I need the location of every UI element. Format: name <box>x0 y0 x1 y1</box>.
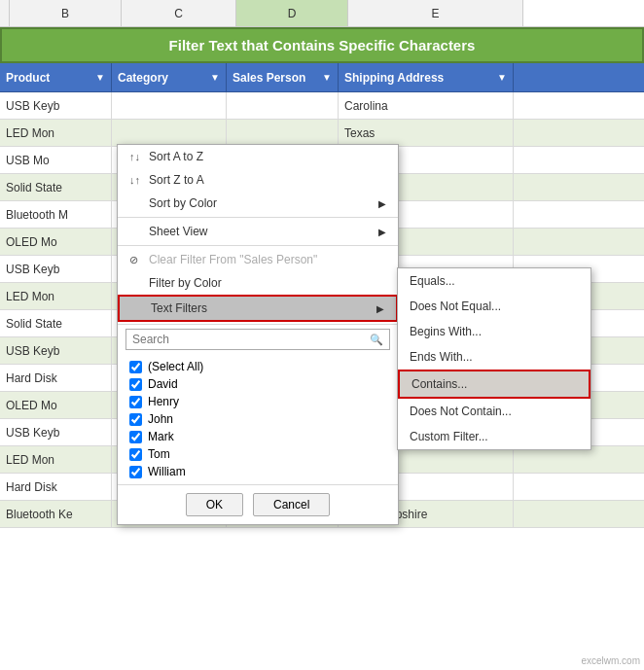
table-row: USB Keyb Carolina <box>0 92 644 120</box>
th-shippingaddress[interactable]: Shipping Address ▼ <box>339 63 514 91</box>
td-product: Bluetooth M <box>0 201 112 228</box>
dropdown-sort-color-label: Sort by Color <box>149 196 217 210</box>
divider-2 <box>118 245 398 246</box>
td-shippingaddress: Carolina <box>339 92 514 119</box>
sort-za-icon: ↓↑ <box>129 174 149 186</box>
table-header-row: Product ▼ Category ▼ Sales Person ▼ Ship… <box>0 63 644 92</box>
search-input[interactable] <box>132 333 370 346</box>
checkbox[interactable] <box>129 396 142 408</box>
checkbox-label: (Select All) <box>148 360 203 373</box>
checkbox-label: Henry <box>148 395 179 408</box>
submenu-item-custom-filter[interactable]: Custom Filter... <box>398 424 590 449</box>
checkbox-item[interactable]: David <box>125 375 390 393</box>
td-product: LED Mon <box>0 283 112 309</box>
dropdown-sheet-view-label: Sheet View <box>149 225 208 238</box>
submenu-item-label: Ends With... <box>410 350 473 364</box>
td-salesperson <box>227 92 339 119</box>
submenu: Equals...Does Not Equal...Begins With...… <box>397 267 591 450</box>
dropdown-filter-color-label: Filter by Color <box>149 276 222 290</box>
dropdown-text-filters-label: Text Filters <box>151 301 207 315</box>
col-header-c[interactable]: C <box>122 0 236 26</box>
row-number-spacer <box>0 0 10 26</box>
dropdown-text-filters[interactable]: Text Filters ▶ <box>118 295 398 322</box>
title-text: Filter Text that Contains Specific Chara… <box>169 37 476 53</box>
dropdown-filter-color[interactable]: Filter by Color <box>118 271 398 295</box>
checkbox-list: (Select All)DavidHenryJohnMarkTomWilliam <box>118 354 398 484</box>
td-salesperson <box>227 120 339 146</box>
sort-az-icon: ↑↓ <box>129 151 149 162</box>
dropdown-sort-az[interactable]: ↑↓ Sort A to Z <box>118 145 398 168</box>
col-header-d[interactable]: D <box>236 0 348 26</box>
spreadsheet: B C D E Filter Text that Contains Specif… <box>0 0 644 670</box>
td-product: OLED Mo <box>0 392 112 418</box>
checkbox-item[interactable]: William <box>125 463 390 480</box>
td-product: OLED Mo <box>0 229 112 255</box>
td-product: LED Mon <box>0 120 112 146</box>
filter-icon-shippingaddress[interactable]: ▼ <box>497 72 507 83</box>
divider-1 <box>118 217 398 218</box>
checkbox[interactable] <box>129 378 142 391</box>
th-category[interactable]: Category ▼ <box>112 63 227 91</box>
td-shippingaddress: Texas <box>339 120 514 146</box>
td-product: Bluetooth Ke <box>0 501 112 527</box>
td-product: Solid State <box>0 174 112 200</box>
dropdown-sheet-view[interactable]: Sheet View ▶ <box>118 220 398 243</box>
checkbox[interactable] <box>129 413 142 426</box>
table-row: LED Mon Texas <box>0 120 644 147</box>
dropdown-clear-filter[interactable]: ⊘ Clear Filter From "Sales Person" <box>118 248 398 271</box>
text-filters-arrow: ▶ <box>376 303 384 314</box>
checkbox-item[interactable]: John <box>125 410 390 428</box>
td-product: USB Mo <box>0 147 112 173</box>
th-shippingaddress-label: Shipping Address <box>344 71 444 85</box>
col-header-e[interactable]: E <box>348 0 523 26</box>
sheet-view-arrow: ▶ <box>378 227 386 237</box>
td-product: USB Keyb <box>0 92 112 119</box>
filter-icon-salesperson[interactable]: ▼ <box>322 72 332 83</box>
submenu-item-label: Begins With... <box>410 325 482 338</box>
submenu-item-contains[interactable]: Contains... <box>398 370 590 399</box>
dropdown-sort-az-label: Sort A to Z <box>149 150 203 163</box>
dropdown-sort-color[interactable]: Sort by Color ▶ <box>118 192 398 215</box>
col-headers-row: B C D E <box>0 0 644 27</box>
checkbox-item[interactable]: Tom <box>125 445 390 463</box>
clear-filter-icon: ⊘ <box>129 254 149 266</box>
filter-icon-category[interactable]: ▼ <box>210 72 220 83</box>
submenu-item-begins-with[interactable]: Begins With... <box>398 319 590 344</box>
title-row: Filter Text that Contains Specific Chara… <box>0 27 644 63</box>
checkbox-label: William <box>148 465 186 478</box>
divider-3 <box>118 324 398 325</box>
submenu-item-equals[interactable]: Equals... <box>398 268 590 294</box>
checkbox[interactable] <box>129 448 142 461</box>
dropdown-clear-filter-label: Clear Filter From "Sales Person" <box>149 253 317 266</box>
checkbox[interactable] <box>129 466 142 478</box>
td-product: USB Keyb <box>0 419 112 445</box>
checkbox-item[interactable]: Mark <box>125 428 390 445</box>
th-product[interactable]: Product ▼ <box>0 63 112 91</box>
submenu-item-does-not-equal[interactable]: Does Not Equal... <box>398 294 590 319</box>
checkbox-item[interactable]: Henry <box>125 393 390 410</box>
td-category <box>112 120 227 146</box>
dropdown-buttons: OK Cancel <box>118 484 398 524</box>
dropdown-sort-za[interactable]: ↓↑ Sort Z to A <box>118 168 398 192</box>
checkbox[interactable] <box>129 361 142 373</box>
submenu-item-does-not-contain[interactable]: Does Not Contain... <box>398 399 590 424</box>
submenu-item-ends-with[interactable]: Ends With... <box>398 344 590 370</box>
filter-icon-product[interactable]: ▼ <box>95 72 105 83</box>
th-salesperson-label: Sales Person <box>233 71 305 85</box>
th-salesperson[interactable]: Sales Person ▼ <box>227 63 339 91</box>
th-product-label: Product <box>6 71 50 85</box>
watermark: excelwm.com <box>581 655 640 666</box>
checkbox-item[interactable]: (Select All) <box>125 358 390 375</box>
dropdown-search-box[interactable]: 🔍 <box>125 329 390 350</box>
checkbox-label: David <box>148 377 178 391</box>
td-product: LED Mon <box>0 446 112 473</box>
td-product: Solid State <box>0 310 112 336</box>
col-header-b[interactable]: B <box>10 0 122 26</box>
checkbox[interactable] <box>129 431 142 443</box>
submenu-item-label: Equals... <box>410 274 455 288</box>
dropdown-sort-za-label: Sort Z to A <box>149 173 204 187</box>
cancel-button[interactable]: Cancel <box>253 493 330 516</box>
sort-color-arrow: ▶ <box>378 198 386 209</box>
td-product: USB Keyb <box>0 337 112 364</box>
ok-button[interactable]: OK <box>186 493 243 516</box>
